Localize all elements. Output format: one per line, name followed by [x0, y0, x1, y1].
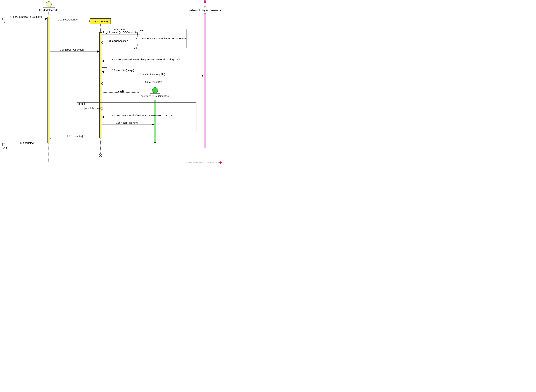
svg-point-0 — [204, 0, 206, 3]
activation-database — [204, 13, 206, 148]
msg-1-1-line — [50, 21, 90, 21]
msg-2-line — [102, 34, 139, 34]
msg-1-2-7-arrow — [152, 123, 154, 126]
watermark-text: Powered By Visual Paradigm Community Edi… — [186, 162, 219, 163]
msg-1-2-7-label: 1.2.7: add(country) — [116, 121, 138, 124]
msg-1-2-line — [50, 51, 99, 52]
msg-1-2-label: 1.2: getAll():Country[] — [59, 48, 84, 51]
ref-tag: ref — [139, 29, 144, 33]
svg-line-3 — [203, 6, 205, 9]
msg-2-label: 2: getInstance() : DBConnection — [103, 31, 139, 34]
msg-1-2-3-arrow — [202, 75, 204, 77]
actor-icon — [201, 0, 208, 9]
ref-gate-out — [138, 44, 140, 47]
participant-daocountry: : DAOCountry — [90, 19, 111, 24]
entity-icon — [46, 1, 52, 7]
msg-1-2-4-line — [102, 84, 204, 84]
watermark: Powered By Visual Paradigm Community Edi… — [186, 162, 221, 163]
ref-gate-out-label: Out — [134, 47, 137, 49]
msg-1-2-6-arrow — [102, 116, 104, 118]
msg-1-2-7-line — [102, 125, 154, 125]
participant-modelfacade: 2 : ModelFacade — [38, 1, 59, 11]
gate-out-label: Out — [3, 146, 7, 149]
msg-1-3-arrow — [5, 143, 8, 146]
msg-3-arrow — [101, 41, 104, 44]
msg-1-2-3-line — [102, 76, 204, 76]
msg-1-1-label: 1.1: DAOCountry() — [58, 18, 79, 21]
ref-fragment: ref DbConnection Singleton Design Patter… — [139, 29, 187, 48]
msg-1-arrow — [45, 18, 47, 20]
msg-1-2-4-arrow — [101, 82, 104, 85]
msg-1-2-5-label: 1.2.5: — [118, 89, 124, 92]
msg-1-2-5-arrow — [136, 91, 139, 94]
msg-1-2-8-line — [50, 138, 99, 138]
msg-1-1-arrow — [87, 20, 90, 23]
participant-modelfacade-label: 2 : ModelFacade — [38, 9, 59, 11]
participant-countries: countries : List<Country> — [140, 87, 170, 97]
loop-tag: loop — [77, 102, 85, 106]
msg-1-2-3-label: 1.2.3: CALL countryAll() — [138, 73, 165, 76]
msg-1-2-6-label: 1.2.6: resultSetToEntity(resultSet : Res… — [109, 114, 172, 117]
gate-in-label: In — [3, 21, 5, 24]
msg-1-3-label: 1.3: country[] — [20, 141, 34, 144]
ref-gate-in — [138, 34, 140, 37]
ref-gate-in-label: In — [135, 37, 137, 40]
msg-1-2-arrow — [97, 51, 99, 52]
msg-1-2-1-arrow — [102, 60, 104, 62]
participant-daocountry-label: : DAOCountry — [92, 20, 108, 23]
destroy-daocountry — [99, 154, 102, 157]
msg-1-2-8-label: 1.2.8: country[] — [67, 135, 84, 137]
activation-modelfacade — [48, 17, 50, 143]
loop-guard: [resultSet.next()] — [84, 107, 103, 110]
ref-text: DbConnection Singleton Design Pattern — [142, 37, 187, 40]
participant-countries-label: countries : List<Country> — [140, 94, 170, 97]
msg-1-label: 1: getCountries() : Country[] — [10, 15, 42, 18]
gate-in — [2, 18, 5, 20]
participant-database: HelloWorld MySql DataBase — [188, 0, 222, 12]
watermark-icon — [219, 161, 222, 164]
msg-1-2-2-label: 1.2.2: executeQuery() — [109, 69, 134, 72]
msg-2-stereotype: <<static>> — [114, 28, 125, 31]
msg-1-line — [5, 19, 48, 19]
msg-1-2-4-label: 1.2.4: resultSet — [145, 80, 162, 84]
msg-1-2-2-arrow — [102, 71, 104, 73]
msg-1-2-8-arrow — [49, 136, 52, 139]
participant-database-label: HelloWorld MySql DataBase — [188, 9, 222, 12]
msg-1-2-1-label: 1.2.1: setSqlProcedureGetAll(sqlProcedur… — [109, 58, 182, 61]
svg-line-4 — [205, 6, 207, 9]
entity-icon — [152, 87, 158, 93]
msg-3-label: 3: dbConnection — [109, 39, 128, 42]
